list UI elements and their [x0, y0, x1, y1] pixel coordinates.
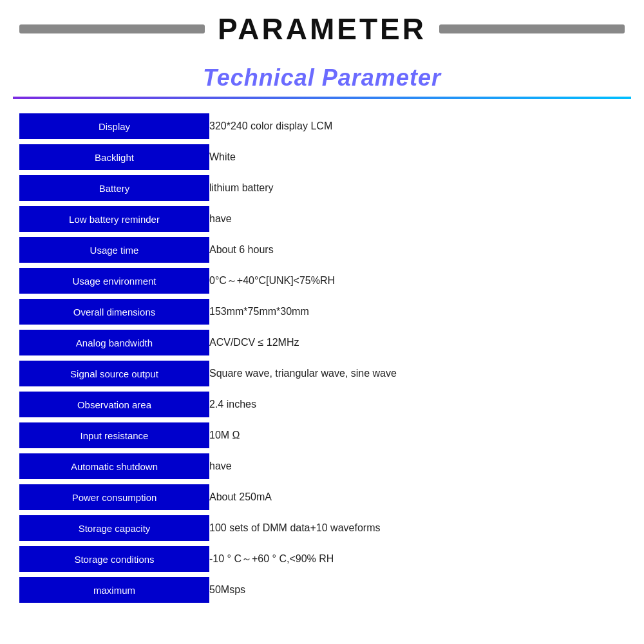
param-label: Observation area	[19, 392, 209, 417]
param-label-cell: Backlight	[19, 143, 209, 171]
param-label-cell: Usage time	[19, 236, 209, 264]
param-value: 2.4 inches	[209, 390, 625, 419]
param-label-cell: Observation area	[19, 390, 209, 419]
param-value: have	[209, 205, 625, 233]
param-label: Power consumption	[19, 484, 209, 510]
table-row: Batterylithium battery	[19, 174, 625, 202]
param-label: Automatic shutdown	[19, 453, 209, 479]
table-row: Power consumptionAbout 250mA	[19, 483, 625, 511]
param-label-cell: Input resistance	[19, 421, 209, 450]
param-label-cell: Overall dimensions	[19, 298, 209, 326]
param-label: Usage time	[19, 237, 209, 263]
param-value: 100 sets of DMM data+10 waveforms	[209, 514, 625, 542]
table-row: Storage conditions-10 ° C～+60 ° C,<90% R…	[19, 545, 625, 573]
param-value: 10M Ω	[209, 421, 625, 450]
param-value: lithium battery	[209, 174, 625, 202]
table-row: Low battery reminderhave	[19, 205, 625, 233]
param-value: 320*240 color display LCM	[209, 112, 625, 140]
param-label-cell: Storage conditions	[19, 545, 209, 573]
table-row: Signal source outputSquare wave, triangu…	[19, 359, 625, 388]
header: PARAMETER	[0, 0, 644, 53]
param-label-cell: Battery	[19, 174, 209, 202]
param-label: Input resistance	[19, 422, 209, 448]
table-row: BacklightWhite	[19, 143, 625, 171]
param-value: -10 ° C～+60 ° C,<90% RH	[209, 545, 625, 573]
param-value: have	[209, 452, 625, 480]
table-row: Display320*240 color display LCM	[19, 112, 625, 140]
param-label-cell: Analog bandwidth	[19, 328, 209, 357]
param-value: 0°C～+40°C[UNK]<75%RH	[209, 267, 625, 295]
table-row: Storage capacity100 sets of DMM data+10 …	[19, 514, 625, 542]
param-label-cell: maximum	[19, 576, 209, 604]
param-label-cell: Usage environment	[19, 267, 209, 295]
param-label-cell: Storage capacity	[19, 514, 209, 542]
table-row: Analog bandwidthACV/DCV ≤ 12MHz	[19, 328, 625, 357]
page-title: PARAMETER	[218, 12, 426, 46]
param-label: Signal source output	[19, 361, 209, 386]
subtitle-section: Technical Parameter	[0, 53, 644, 97]
param-value: ACV/DCV ≤ 12MHz	[209, 328, 625, 357]
table-row: Observation area2.4 inches	[19, 390, 625, 419]
gradient-divider	[13, 97, 631, 99]
parameter-table-section: Display320*240 color display LCMBackligh…	[0, 109, 644, 638]
param-label: Usage environment	[19, 268, 209, 294]
table-row: maximum50Msps	[19, 576, 625, 604]
param-value: About 6 hours	[209, 236, 625, 264]
param-value: Square wave, triangular wave, sine wave	[209, 359, 625, 388]
subtitle: Technical Parameter	[203, 64, 441, 91]
header-bar-right	[439, 24, 625, 33]
table-row: Input resistance10M Ω	[19, 421, 625, 450]
param-label: Storage conditions	[19, 546, 209, 572]
param-label: Battery	[19, 175, 209, 201]
param-label-cell: Signal source output	[19, 359, 209, 388]
header-bar-left	[19, 24, 205, 33]
param-value: About 250mA	[209, 483, 625, 511]
page: PARAMETER Technical Parameter Display320…	[0, 0, 644, 644]
table-row: Overall dimensions153mm*75mm*30mm	[19, 298, 625, 326]
param-label-cell: Display	[19, 112, 209, 140]
param-label-cell: Automatic shutdown	[19, 452, 209, 480]
param-label: Analog bandwidth	[19, 330, 209, 355]
param-label: Overall dimensions	[19, 299, 209, 325]
param-label-cell: Low battery reminder	[19, 205, 209, 233]
table-row: Usage timeAbout 6 hours	[19, 236, 625, 264]
table-row: Automatic shutdownhave	[19, 452, 625, 480]
param-label: Storage capacity	[19, 515, 209, 541]
param-value: 153mm*75mm*30mm	[209, 298, 625, 326]
param-label-cell: Power consumption	[19, 483, 209, 511]
param-label: Low battery reminder	[19, 206, 209, 232]
param-label: maximum	[19, 577, 209, 603]
parameter-table: Display320*240 color display LCMBackligh…	[19, 109, 625, 607]
param-value: 50Msps	[209, 576, 625, 604]
table-row: Usage environment0°C～+40°C[UNK]<75%RH	[19, 267, 625, 295]
param-label: Backlight	[19, 144, 209, 170]
param-value: White	[209, 143, 625, 171]
param-label: Display	[19, 113, 209, 139]
